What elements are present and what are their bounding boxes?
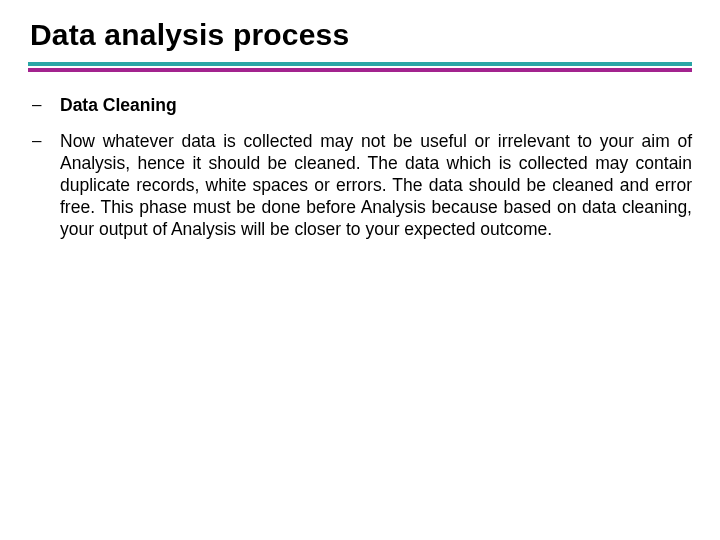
item-body: Now whatever data is collected may not b… — [60, 130, 692, 240]
slide-content: – Data Cleaning – Now whatever data is c… — [28, 94, 692, 240]
list-item: – Data Cleaning — [28, 94, 692, 116]
title-underline — [28, 62, 692, 72]
bullet-dash: – — [28, 130, 60, 152]
slide: Data analysis process – Data Cleaning – … — [0, 0, 720, 540]
item-heading: Data Cleaning — [60, 94, 692, 116]
bullet-dash: – — [28, 94, 60, 116]
underline-teal — [28, 62, 692, 66]
underline-magenta — [28, 68, 692, 72]
list-item: – Now whatever data is collected may not… — [28, 130, 692, 240]
slide-title: Data analysis process — [30, 18, 692, 52]
